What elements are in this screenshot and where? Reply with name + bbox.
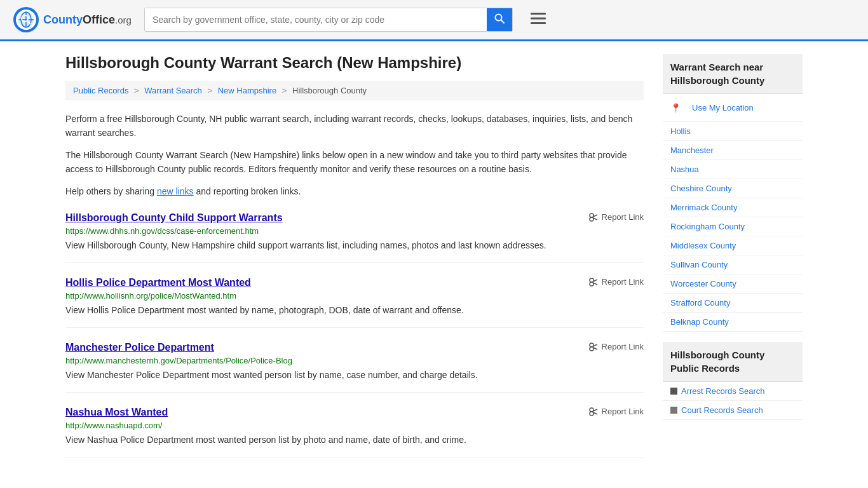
result-url-3: http://www.nashuapd.com/ <box>65 421 644 430</box>
sidebar-near-link-6[interactable]: Middlesex County <box>663 236 803 255</box>
location-pin-icon: 📍 <box>670 103 681 113</box>
logo-icon <box>13 6 39 33</box>
sidebar-near-link-2[interactable]: Nashua <box>663 160 803 179</box>
sidebar-near-item: Rockingham County <box>663 217 803 236</box>
logo-link[interactable]: CountyOffice.org <box>13 6 132 33</box>
scissors-icon <box>588 342 599 352</box>
description-3: Help others by sharing new links and rep… <box>65 184 644 198</box>
sidebar-near-item: Nashua <box>663 160 803 179</box>
breadcrumb-sep-2: > <box>207 86 212 95</box>
result-url-0: https://www.dhhs.nh.gov/dcss/case-enforc… <box>65 226 644 236</box>
scissors-icon <box>588 407 599 417</box>
sidebar-near-item: Hollis <box>663 122 803 141</box>
record-icon-0 <box>670 388 677 395</box>
sidebar-near-link-0[interactable]: Hollis <box>663 122 803 140</box>
logo-text: CountyOffice.org <box>43 13 132 27</box>
sidebar-near-link-1[interactable]: Manchester <box>663 141 803 159</box>
svg-point-22 <box>590 347 593 351</box>
sidebar-near-item: Merrimack County <box>663 198 803 217</box>
use-location-link[interactable]: Use My Location <box>684 98 761 117</box>
sidebar-near-item: Manchester <box>663 141 803 160</box>
results-list: Hillsborough County Child Support Warran… <box>65 212 644 458</box>
hamburger-icon <box>531 12 546 25</box>
result-url-2: http://www.manchesternh.gov/Departments/… <box>65 356 644 365</box>
breadcrumb-sep-3: > <box>282 86 287 95</box>
search-bar <box>144 8 513 32</box>
result-desc-3: View Nashua Police Department most wante… <box>65 433 644 447</box>
sidebar-public-record-item: Court Records Search <box>663 401 803 420</box>
result-title-1[interactable]: Hollis Police Department Most Wanted <box>65 277 251 288</box>
desc3-suffix: and reporting broken links. <box>194 186 301 196</box>
result-title-3[interactable]: Nashua Most Wanted <box>65 407 168 418</box>
sidebar-near-title: Warrant Search near Hillsborough County <box>663 54 803 93</box>
report-link-button-1[interactable]: Report Link <box>588 277 644 287</box>
menu-button[interactable] <box>526 10 551 30</box>
search-icon <box>494 13 505 24</box>
result-item: Hillsborough County Child Support Warran… <box>65 212 644 263</box>
description-1: Perform a free Hillsborough County, NH p… <box>65 112 644 140</box>
result-header: Hillsborough County Child Support Warran… <box>65 212 644 224</box>
report-link-button-2[interactable]: Report Link <box>588 342 644 352</box>
search-input[interactable] <box>145 10 487 30</box>
svg-point-21 <box>590 343 593 347</box>
breadcrumb-new-hampshire[interactable]: New Hampshire <box>218 86 276 95</box>
sidebar-near-link-4[interactable]: Merrimack County <box>663 198 803 217</box>
result-header: Hollis Police Department Most Wanted Rep… <box>65 277 644 288</box>
breadcrumb-public-records[interactable]: Public Records <box>73 86 128 95</box>
result-item: Manchester Police Department Report Link… <box>65 342 644 393</box>
result-url-1: http://www.hollisnh.org/police/MostWante… <box>65 291 644 301</box>
page-title: Hillsborough County Warrant Search (New … <box>65 54 644 72</box>
svg-point-17 <box>590 278 593 282</box>
sidebar-near-item: Strafford County <box>663 294 803 313</box>
result-item: Nashua Most Wanted Report Link http://ww… <box>65 407 644 458</box>
svg-rect-10 <box>531 13 546 15</box>
svg-rect-11 <box>531 18 546 20</box>
new-links-link[interactable]: new links <box>157 186 194 196</box>
sidebar-near-item: Middlesex County <box>663 236 803 255</box>
sidebar-near-link-10[interactable]: Belknap County <box>663 313 803 331</box>
sidebar-public-record-link-0[interactable]: Arrest Records Search <box>681 386 765 396</box>
use-location-item: 📍 Use My Location <box>663 94 803 122</box>
sidebar-near-item: Sullivan County <box>663 255 803 274</box>
sidebar-near-link-8[interactable]: Worcester County <box>663 274 803 293</box>
result-title-0[interactable]: Hillsborough County Child Support Warran… <box>65 212 283 224</box>
sidebar: Warrant Search near Hillsborough County … <box>663 54 803 458</box>
result-item: Hollis Police Department Most Wanted Rep… <box>65 277 644 328</box>
sidebar-public-list: Arrest Records Search Court Records Sear… <box>663 381 803 420</box>
result-title-2[interactable]: Manchester Police Department <box>65 342 214 353</box>
search-button[interactable] <box>487 8 512 31</box>
sidebar-near-link-7[interactable]: Sullivan County <box>663 255 803 274</box>
breadcrumb: Public Records > Warrant Search > New Ha… <box>65 81 644 100</box>
report-link-button-0[interactable]: Report Link <box>588 212 644 222</box>
sidebar-public-record-item: Arrest Records Search <box>663 382 803 401</box>
svg-point-13 <box>590 214 593 217</box>
sidebar-near-link-3[interactable]: Cheshire County <box>663 179 803 198</box>
svg-point-26 <box>590 412 593 416</box>
breadcrumb-sep-1: > <box>134 86 139 95</box>
svg-point-14 <box>590 217 593 221</box>
description-2: The Hillsborough County Warrant Search (… <box>65 148 644 177</box>
svg-point-18 <box>590 282 593 286</box>
record-icon-1 <box>670 407 677 414</box>
sidebar-near-link-5[interactable]: Rockingham County <box>663 217 803 236</box>
sidebar-near-link-9[interactable]: Strafford County <box>663 294 803 312</box>
result-desc-2: View Manchester Police Department most w… <box>65 369 644 382</box>
breadcrumb-current: Hillsborough County <box>292 86 367 95</box>
sidebar-near-item: Cheshire County <box>663 179 803 198</box>
report-link-button-3[interactable]: Report Link <box>588 407 644 417</box>
result-desc-0: View Hillsborough County, New Hampshire … <box>65 239 644 252</box>
sidebar-public-records-title: Hillsborough County Public Records <box>663 342 803 381</box>
sidebar-public-record-link-1[interactable]: Court Records Search <box>681 405 763 415</box>
result-header: Nashua Most Wanted Report Link <box>65 407 644 418</box>
main-content: Hillsborough County Warrant Search (New … <box>65 54 644 458</box>
svg-point-25 <box>590 408 593 412</box>
desc3-prefix: Help others by sharing <box>65 186 157 196</box>
sidebar-near-item: Belknap County <box>663 313 803 332</box>
scissors-icon <box>588 212 599 222</box>
scissors-icon <box>588 277 599 287</box>
result-desc-1: View Hollis Police Department most wante… <box>65 304 644 317</box>
svg-line-9 <box>501 20 504 24</box>
breadcrumb-warrant-search[interactable]: Warrant Search <box>144 86 202 95</box>
header: CountyOffice.org <box>0 0 868 41</box>
svg-rect-12 <box>531 22 546 24</box>
